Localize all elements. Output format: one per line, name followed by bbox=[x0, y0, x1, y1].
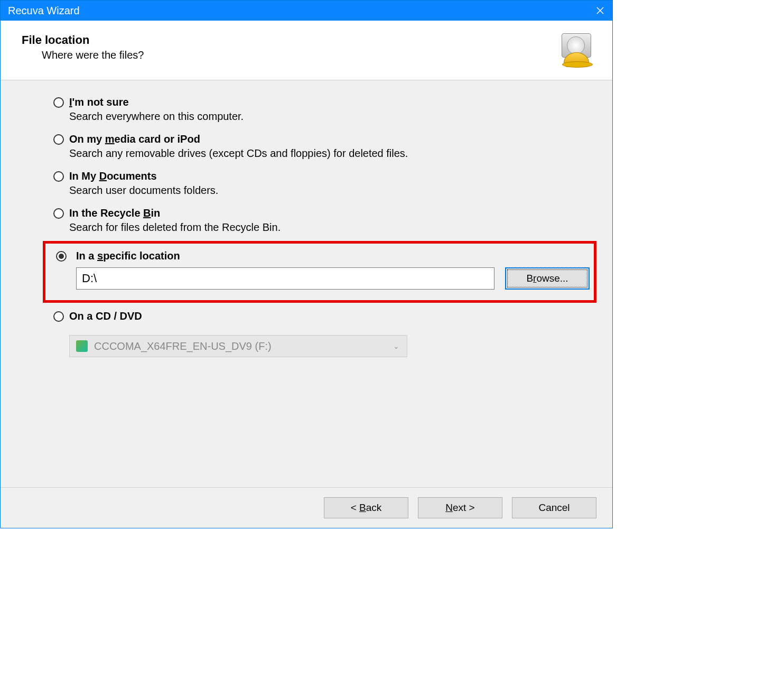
option-media-desc: Search any removable drives (except CDs … bbox=[69, 147, 596, 160]
highlight-box: In a specific location Browse... bbox=[43, 241, 596, 303]
harddrive-icon bbox=[559, 33, 593, 67]
radio-documents[interactable] bbox=[53, 171, 64, 182]
disc-icon bbox=[76, 340, 88, 352]
option-documents-label: In My Documents bbox=[69, 170, 596, 182]
drive-combo[interactable]: CCCOMA_X64FRE_EN-US_DV9 (F:) ⌄ bbox=[69, 335, 407, 357]
wizard-header: File location Where were the files? bbox=[1, 21, 612, 80]
option-not-sure-label: I'm not sure bbox=[69, 96, 596, 108]
next-button[interactable]: Next > bbox=[418, 497, 502, 518]
cancel-button[interactable]: Cancel bbox=[512, 497, 596, 518]
option-documents-desc: Search user documents folders. bbox=[69, 184, 596, 197]
page-title: File location bbox=[22, 33, 144, 47]
option-specific-label: In a specific location bbox=[76, 250, 590, 262]
back-button[interactable]: < Back bbox=[324, 497, 408, 518]
option-specific[interactable]: In a specific location Browse... bbox=[50, 247, 590, 292]
radio-recycle[interactable] bbox=[53, 208, 64, 219]
option-media-label: On my media card or iPod bbox=[69, 133, 596, 145]
titlebar: Recuva Wizard bbox=[1, 1, 612, 21]
option-not-sure-desc: Search everywhere on this computer. bbox=[69, 110, 596, 123]
close-icon bbox=[596, 7, 604, 14]
content-area: I'm not sure Search everywhere on this c… bbox=[1, 80, 612, 487]
browse-button[interactable]: Browse... bbox=[505, 267, 590, 290]
chevron-down-icon: ⌄ bbox=[393, 342, 399, 350]
radio-media[interactable] bbox=[53, 134, 64, 145]
option-recycle-desc: Search for files deleted from the Recycl… bbox=[69, 221, 596, 234]
option-cd[interactable]: On a CD / DVD bbox=[16, 307, 596, 330]
radio-specific[interactable] bbox=[56, 251, 67, 262]
option-recycle-label: In the Recycle Bin bbox=[69, 207, 596, 219]
window-title: Recuva Wizard bbox=[8, 5, 80, 17]
path-row: Browse... bbox=[76, 267, 590, 290]
close-button[interactable] bbox=[588, 1, 612, 21]
option-not-sure[interactable]: I'm not sure Search everywhere on this c… bbox=[16, 93, 596, 130]
radio-cd[interactable] bbox=[53, 311, 64, 322]
wizard-window: Recuva Wizard File location Where were t… bbox=[0, 0, 613, 528]
header-text: File location Where were the files? bbox=[22, 33, 144, 61]
option-cd-label: On a CD / DVD bbox=[69, 310, 596, 322]
option-media[interactable]: On my media card or iPod Search any remo… bbox=[16, 130, 596, 167]
option-recycle[interactable]: In the Recycle Bin Search for files dele… bbox=[16, 204, 596, 241]
footer: < Back Next > Cancel bbox=[1, 487, 612, 528]
page-subtitle: Where were the files? bbox=[42, 49, 144, 61]
path-input[interactable] bbox=[76, 267, 494, 290]
app-icon bbox=[559, 33, 596, 70]
drive-combo-value: CCCOMA_X64FRE_EN-US_DV9 (F:) bbox=[94, 340, 272, 352]
radio-not-sure[interactable] bbox=[53, 97, 64, 108]
option-documents[interactable]: In My Documents Search user documents fo… bbox=[16, 167, 596, 204]
